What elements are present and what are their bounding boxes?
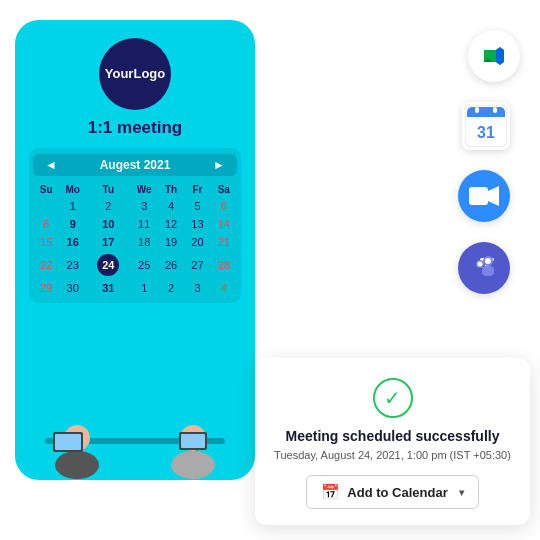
calendar-body: 1234568910111213141516171819202122232425… <box>33 197 237 297</box>
google-meet-icon[interactable] <box>468 30 520 82</box>
calendar-day-cell[interactable]: 16 <box>59 233 86 251</box>
svg-text:31: 31 <box>477 124 495 141</box>
calendar-day-cell[interactable]: 15 <box>33 233 59 251</box>
calendar-week-row: 891011121314 <box>33 215 237 233</box>
day-header-fr: Fr <box>184 182 210 197</box>
dropdown-arrow-icon: ▾ <box>459 487 464 498</box>
calendar-days-header: Su Mo Tu We Th Fr Sa <box>33 182 237 197</box>
prev-month-button[interactable]: ◄ <box>41 158 61 172</box>
calendar-day-cell[interactable]: 23 <box>59 251 86 279</box>
check-icon: ✓ <box>384 386 401 410</box>
calendar-day-cell[interactable]: 24 <box>86 251 130 279</box>
svg-point-31 <box>478 262 483 267</box>
day-header-we: We <box>130 182 157 197</box>
calendar-card: Your Logo 1:1 meeting ◄ Augest 2021 ► Su… <box>15 20 255 480</box>
svg-point-7 <box>171 451 215 479</box>
success-card: ✓ Meeting scheduled successfully Tuesday… <box>255 358 530 525</box>
calendar-day-cell[interactable]: 20 <box>184 233 210 251</box>
add-to-calendar-button[interactable]: 📅 Add to Calendar ▾ <box>306 475 478 509</box>
calendar-day-cell[interactable]: 22 <box>33 251 59 279</box>
svg-rect-20 <box>467 112 505 117</box>
calendar-day-cell[interactable]: 25 <box>130 251 157 279</box>
svg-rect-6 <box>55 434 81 450</box>
day-header-th: Th <box>158 182 184 197</box>
calendar-week-row: 15161718192021 <box>33 233 237 251</box>
calendar-day-cell[interactable]: 1 <box>130 279 157 297</box>
next-month-button[interactable]: ► <box>209 158 229 172</box>
calendar-day-cell[interactable]: 6 <box>211 197 237 215</box>
calendar-button-icon: 📅 <box>321 483 340 501</box>
calendar-day-cell[interactable]: 8 <box>33 215 59 233</box>
app-icons-container: 31 <box>458 30 510 294</box>
calendar-day-cell[interactable]: 11 <box>130 215 157 233</box>
calendar-day-cell[interactable]: 14 <box>211 215 237 233</box>
calendar-day-cell[interactable]: 10 <box>86 215 130 233</box>
success-check-circle: ✓ <box>373 378 413 418</box>
svg-rect-16 <box>484 50 496 56</box>
day-header-mo: Mo <box>59 182 86 197</box>
calendar-day-cell[interactable]: 30 <box>59 279 86 297</box>
calendar-week-row: 2930311234 <box>33 279 237 297</box>
logo-circle: Your Logo <box>99 38 171 110</box>
calendar-day-cell[interactable]: 5 <box>184 197 210 215</box>
calendar-day-cell[interactable]: 2 <box>86 197 130 215</box>
svg-marker-25 <box>488 186 499 206</box>
svg-point-29 <box>485 258 491 264</box>
success-title: Meeting scheduled successfully <box>286 428 500 444</box>
calendar-day-cell[interactable]: 12 <box>158 215 184 233</box>
calendar-day-cell[interactable]: 31 <box>86 279 130 297</box>
day-header-tu: Tu <box>86 182 130 197</box>
calendar-day-cell[interactable]: 13 <box>184 215 210 233</box>
svg-rect-22 <box>475 107 479 113</box>
calendar-month-label: Augest 2021 <box>100 158 171 172</box>
calendar-day-cell[interactable]: 3 <box>130 197 157 215</box>
teams-icon[interactable] <box>458 242 510 294</box>
calendar-day-cell[interactable]: 19 <box>158 233 184 251</box>
calendar-day-cell[interactable]: 27 <box>184 251 210 279</box>
calendar-day-cell[interactable]: 3 <box>184 279 210 297</box>
calendar-grid: Su Mo Tu We Th Fr Sa 1234568910111213141… <box>33 182 237 297</box>
calendar-day-cell[interactable]: 26 <box>158 251 184 279</box>
add-to-calendar-label: Add to Calendar <box>347 485 447 500</box>
svg-point-3 <box>55 451 99 479</box>
day-header-su: Su <box>33 182 59 197</box>
calendar-week-row: 22232425262728 <box>33 251 237 279</box>
calendar-day-cell[interactable]: 9 <box>59 215 86 233</box>
calendar-day-cell[interactable]: 18 <box>130 233 157 251</box>
calendar-week-row: 123456 <box>33 197 237 215</box>
success-date: Tuesday, August 24, 2021, 1:00 pm (IST +… <box>274 449 511 461</box>
zoom-icon[interactable] <box>458 170 510 222</box>
google-calendar-icon[interactable]: 31 <box>462 102 510 150</box>
calendar-day-cell[interactable]: 4 <box>211 279 237 297</box>
svg-rect-24 <box>469 187 488 205</box>
svg-marker-13 <box>496 47 504 65</box>
calendar-day-cell[interactable]: 21 <box>211 233 237 251</box>
svg-rect-23 <box>493 107 497 113</box>
calendar-day-cell[interactable]: 29 <box>33 279 59 297</box>
meeting-title: 1:1 meeting <box>88 118 182 138</box>
calendar-day-cell[interactable]: 4 <box>158 197 184 215</box>
calendar-day-cell[interactable]: 17 <box>86 233 130 251</box>
svg-rect-10 <box>181 434 205 448</box>
calendar-day-cell[interactable] <box>33 197 59 215</box>
people-illustration <box>15 370 255 480</box>
calendar-day-cell[interactable]: 1 <box>59 197 86 215</box>
calendar-day-cell[interactable]: 28 <box>211 251 237 279</box>
calendar-day-cell[interactable]: 2 <box>158 279 184 297</box>
calendar-widget: ◄ Augest 2021 ► Su Mo Tu We Th Fr Sa 123… <box>29 148 241 303</box>
day-header-sa: Sa <box>211 182 237 197</box>
svg-rect-33 <box>482 266 494 276</box>
calendar-header: ◄ Augest 2021 ► <box>33 154 237 176</box>
